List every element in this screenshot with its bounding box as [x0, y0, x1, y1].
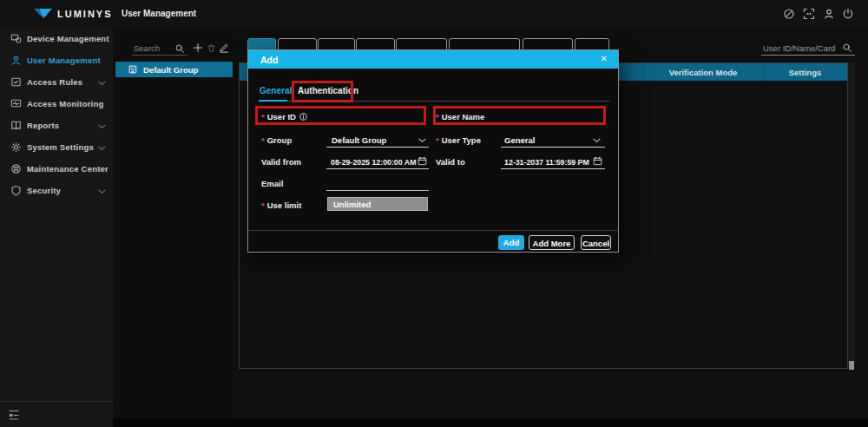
user-type-label: *User Type	[436, 135, 481, 145]
table-scrollbar[interactable]	[848, 62, 855, 369]
user-search-input[interactable]	[761, 42, 845, 55]
modal-footer-divider	[248, 230, 618, 231]
group-select-value[interactable]: Default Group	[332, 135, 386, 145]
sidebar-item-security[interactable]: Security	[0, 183, 113, 200]
calendar-icon[interactable]	[418, 156, 427, 166]
device-icon	[10, 33, 22, 44]
group-search-underline	[132, 55, 187, 56]
email-label: Email	[261, 179, 283, 188]
valid-from-value[interactable]: 08-29-2025 12:00:00 AM	[331, 158, 416, 167]
tab-general[interactable]: General	[260, 86, 292, 95]
chevron-down-icon[interactable]	[418, 138, 426, 143]
user-type-select-underline	[501, 147, 605, 148]
monitoring-icon	[10, 98, 22, 109]
close-icon[interactable]: ✕	[601, 54, 608, 63]
access-rules-icon	[10, 76, 22, 88]
user-type-select-value[interactable]: General	[504, 135, 535, 145]
delete-group-icon[interactable]	[207, 43, 217, 54]
valid-from-label: Valid from	[261, 157, 301, 167]
brand-logo-icon	[33, 7, 54, 21]
user-name-label: *User Name	[436, 112, 484, 122]
sidebar-item-label: Access Monitoring	[27, 99, 103, 108]
info-icon	[299, 113, 307, 121]
group-label: *Group	[261, 135, 292, 145]
active-tab-underline	[259, 100, 287, 102]
globe-icon[interactable]	[783, 8, 795, 20]
sidebar-item-label: System Settings	[27, 142, 94, 152]
page-title: User Management	[122, 9, 196, 18]
group-list-item-default-group[interactable]: Default Group	[115, 62, 233, 77]
reports-icon	[10, 120, 22, 131]
gear-icon	[10, 141, 22, 153]
group-panel: Default Group	[113, 28, 233, 419]
modal-title: Add	[260, 55, 278, 65]
add-group-icon[interactable]	[193, 43, 203, 53]
sidebar-item-access-monitoring[interactable]: Access Monitoring	[0, 96, 113, 114]
add-button[interactable]: Add	[498, 235, 524, 250]
group-name: Default Group	[143, 65, 198, 75]
sidebar-footer-divider	[0, 401, 113, 402]
fullscreen-icon[interactable]	[803, 8, 815, 20]
use-limit-label: *Use limit	[261, 200, 301, 210]
sidebar-item-label: Security	[27, 186, 61, 195]
chevron-down-icon	[98, 168, 106, 173]
use-limit-value: Unlimited	[333, 200, 371, 209]
sidebar: Device Management User Management Access…	[0, 28, 113, 427]
email-input[interactable]	[326, 190, 429, 191]
group-icon	[128, 64, 138, 75]
sidebar-item-access-rules[interactable]: Access Rules	[0, 75, 113, 92]
tab-bar-divider	[259, 101, 609, 102]
cancel-button[interactable]: Cancel	[581, 235, 611, 250]
chevron-down-icon	[98, 189, 106, 194]
user-id-label: *User ID	[261, 112, 307, 122]
sidebar-item-label: Reports	[27, 121, 59, 130]
use-limit-input: Unlimited	[327, 197, 428, 211]
calendar-icon[interactable]	[593, 156, 602, 166]
sidebar-item-reports[interactable]: Reports	[0, 118, 113, 135]
user-id-input[interactable]	[326, 124, 426, 125]
valid-from-underline	[326, 168, 429, 169]
add-more-button[interactable]: Add More	[529, 235, 575, 250]
chevron-down-icon	[98, 124, 106, 129]
brand-name: LUMINYS	[57, 9, 113, 19]
chevron-down-icon	[98, 146, 106, 151]
sidebar-item-maintenance-center[interactable]: Maintenance Center	[0, 161, 113, 179]
add-user-modal: Add ✕ General Authentication *User ID *U…	[247, 49, 619, 253]
chevron-down-icon	[98, 81, 106, 86]
maintenance-icon	[10, 163, 22, 174]
sidebar-item-label: User Management	[27, 56, 101, 65]
group-select-underline	[326, 147, 429, 148]
collapse-sidebar-icon[interactable]	[9, 410, 23, 421]
tab-authentication[interactable]: Authentication	[298, 86, 358, 95]
shield-icon	[10, 185, 22, 196]
power-icon[interactable]	[842, 8, 854, 20]
sidebar-item-device-management[interactable]: Device Management	[0, 31, 113, 49]
group-search-input[interactable]	[132, 41, 177, 55]
column-header-verification-mode: Verification Mode	[643, 68, 763, 77]
user-account-icon[interactable]	[823, 8, 835, 20]
valid-to-label: Valid to	[436, 157, 465, 167]
chevron-down-icon[interactable]	[593, 138, 601, 143]
app-window: LUMINYS User Management Device Managemen…	[0, 0, 868, 427]
sidebar-item-label: Access Rules	[27, 77, 82, 87]
edit-group-icon[interactable]	[219, 43, 229, 53]
search-icon[interactable]	[842, 43, 852, 53]
valid-to-underline	[501, 168, 605, 169]
top-bar: LUMINYS User Management	[0, 0, 868, 29]
user-name-input[interactable]	[501, 124, 605, 125]
scrollbar-thumb[interactable]	[849, 361, 854, 370]
column-header-settings: Settings	[763, 68, 847, 77]
valid-to-value[interactable]: 12-31-2037 11:59:59 PM	[504, 158, 589, 167]
sidebar-item-label: Device Management	[27, 34, 109, 43]
sidebar-item-label: Maintenance Center	[27, 164, 108, 174]
sidebar-item-system-settings[interactable]: System Settings	[0, 140, 113, 157]
modal-header: Add ✕	[248, 50, 618, 69]
user-icon	[10, 55, 22, 66]
sidebar-item-user-management[interactable]: User Management	[0, 53, 113, 70]
user-search-underline	[761, 55, 855, 56]
search-icon[interactable]	[174, 43, 185, 54]
